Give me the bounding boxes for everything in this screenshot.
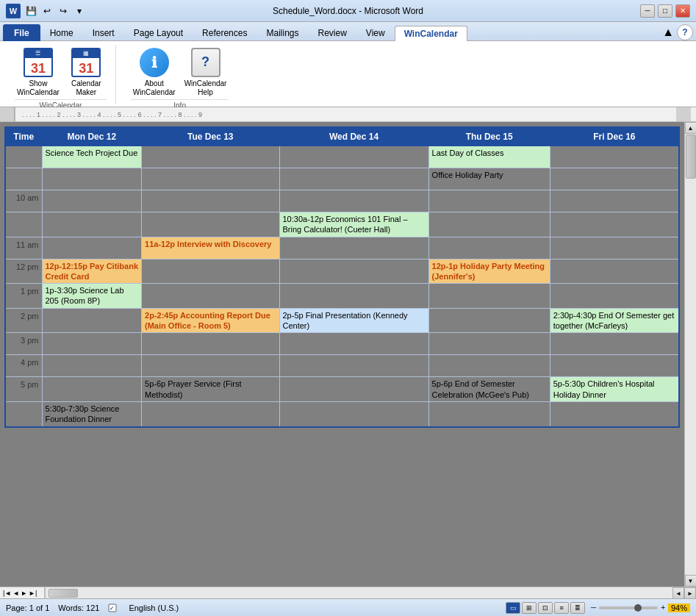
event-cell — [42, 355, 142, 377]
event-cell — [279, 190, 428, 212]
svg-text:✓: ✓ — [110, 606, 114, 611]
help-ribbon-btn[interactable]: ▲ — [662, 26, 674, 39]
col-header-mon: Mon Dec 12 — [42, 127, 142, 146]
tab-first-btn[interactable]: |◄ — [3, 590, 11, 597]
tab-next-btn[interactable]: ► — [21, 590, 27, 597]
tab-references[interactable]: References — [193, 25, 256, 40]
calendar-table: Time Mon Dec 12 Tue Dec 13 Wed Dec 14 Th… — [4, 126, 680, 428]
event-cell: 10:30a-12p Economics 101 Final – Bring C… — [279, 212, 428, 237]
event-cell: 2:30p-4:30p End Of Semester get together… — [550, 308, 679, 333]
time-cell: 4 pm — [5, 355, 42, 377]
scroll-left-btn[interactable]: ◄ — [672, 587, 684, 599]
event-cell — [279, 284, 428, 309]
col-header-fri: Fri Dec 16 — [550, 127, 679, 146]
horizontal-scrollbar-row: |◄ ◄ ► ►| ◄ ► — [0, 587, 696, 598]
table-row: 1 pm 1p-3:30p Science Lab 205 (Room 8P) — [5, 284, 679, 309]
event-cell — [428, 355, 550, 377]
close-btn[interactable]: ✕ — [675, 4, 690, 18]
tab-file[interactable]: File — [3, 24, 40, 41]
print-layout-btn[interactable]: ▭ — [506, 602, 520, 614]
tab-page-layout[interactable]: Page Layout — [124, 25, 193, 40]
event-cell — [550, 212, 679, 237]
h-scroll-thumb[interactable] — [49, 589, 78, 598]
event-cell — [550, 333, 679, 355]
event-cell: Last Day of Classes — [428, 146, 550, 168]
event-cell — [428, 237, 550, 259]
wincalendar-help-label: WinCalendarHelp — [184, 79, 227, 97]
zoom-slider[interactable] — [599, 606, 658, 609]
zoom-in-btn[interactable]: + — [661, 604, 665, 612]
spell-check-icon[interactable]: ✓ — [108, 602, 120, 614]
table-row: 11 am 11a-12p Interview with Discovery — [5, 237, 679, 259]
wincalendar-help-btn[interactable]: ? WinCalendarHelp — [182, 45, 229, 99]
ribbon-group-info: ℹ AboutWinCalendar ? WinCalendarHelp Inf… — [122, 45, 238, 104]
scroll-right-btn[interactable]: ► — [684, 587, 696, 599]
scroll-up-btn[interactable]: ▲ — [685, 122, 697, 134]
zoom-out-btn[interactable]: ─ — [591, 604, 596, 612]
minimize-btn[interactable]: ─ — [640, 4, 655, 18]
table-row: 4 pm — [5, 355, 679, 377]
ribbon-tabs: File Home Insert Page Layout References … — [0, 22, 696, 41]
document-area: Time Mon Dec 12 Tue Dec 13 Wed Dec 14 Th… — [0, 122, 684, 587]
draft-btn[interactable]: ≣ — [570, 602, 585, 614]
wincalendar-buttons: ☰ 31 ShowWinCalendar ▦ 31 CalendarMaker — [15, 45, 107, 99]
tab-last-btn[interactable]: ►| — [29, 590, 37, 597]
customize-quick-btn[interactable]: ▾ — [72, 4, 87, 18]
scroll-track[interactable] — [685, 134, 697, 575]
event-cell: 5p-6p End of Semester Celebration (McGee… — [428, 377, 550, 402]
outline-btn[interactable]: ≡ — [554, 602, 569, 614]
event-cell — [279, 355, 428, 377]
event-cell — [42, 333, 142, 355]
tab-wincalendar[interactable]: WinCalendar — [395, 26, 467, 41]
window-controls: ─ □ ✕ — [640, 4, 690, 18]
ruler: . . . . 1 . . . . 2 . . . . 3 . . . . 4 … — [0, 107, 696, 122]
web-layout-btn[interactable]: ⊡ — [538, 602, 553, 614]
event-cell: 5:30p-7:30p Science Foundation Dinner — [42, 401, 142, 426]
h-scroll-track[interactable] — [46, 587, 672, 598]
save-quick-btn[interactable]: 💾 — [24, 4, 38, 18]
vertical-scrollbar[interactable]: ▲ ▼ — [684, 122, 696, 587]
col-header-wed: Wed Dec 14 — [279, 127, 428, 146]
event-cell — [550, 237, 679, 259]
event-cell — [142, 259, 279, 284]
tab-review[interactable]: Review — [308, 25, 356, 40]
title-bar-left: W 💾 ↩ ↪ ▾ — [6, 4, 87, 18]
event-cell — [550, 146, 679, 168]
event-cell — [42, 237, 142, 259]
event-cell — [428, 333, 550, 355]
scroll-down-btn[interactable]: ▼ — [685, 575, 697, 587]
tab-view[interactable]: View — [356, 25, 395, 40]
event-cell — [550, 168, 679, 190]
undo-quick-btn[interactable]: ↩ — [40, 4, 54, 18]
event-cell — [550, 259, 679, 284]
tab-home[interactable]: Home — [40, 25, 83, 40]
table-row: Science Tech Project Due Last Day of Cla… — [5, 146, 679, 168]
language-status: English (U.S.) — [129, 604, 179, 612]
table-row: 12 pm 12p-12:15p Pay Citibank Credit Car… — [5, 259, 679, 284]
about-wincalendar-icon: ℹ — [139, 47, 170, 78]
redo-quick-btn[interactable]: ↪ — [56, 4, 71, 18]
zoom-thumb — [634, 604, 642, 612]
svg-rect-4 — [676, 107, 691, 122]
zoom-level[interactable]: 94% — [668, 604, 690, 612]
time-cell: 10 am — [5, 190, 42, 212]
event-cell — [142, 333, 279, 355]
event-cell — [142, 146, 279, 168]
view-buttons: ▭ ⊞ ⊡ ≡ ≣ — [506, 602, 585, 614]
show-wincalendar-btn[interactable]: ☰ 31 ShowWinCalendar — [15, 45, 62, 99]
maximize-btn[interactable]: □ — [658, 4, 672, 18]
full-reading-btn[interactable]: ⊞ — [522, 602, 537, 614]
event-cell: Science Tech Project Due — [42, 146, 142, 168]
tab-mailings[interactable]: Mailings — [256, 25, 308, 40]
table-row: 2 pm 2p-2:45p Accounting Report Due (Mai… — [5, 308, 679, 333]
tab-insert[interactable]: Insert — [83, 25, 124, 40]
scroll-thumb[interactable] — [686, 135, 696, 179]
calendar-maker-icon: ▦ 31 — [71, 47, 101, 78]
about-wincalendar-btn[interactable]: ℹ AboutWinCalendar — [131, 45, 178, 99]
ribbon-group-wincalendar: ☰ 31 ShowWinCalendar ▦ 31 CalendarMaker … — [6, 45, 116, 104]
table-row: 10 am — [5, 190, 679, 212]
table-row: 5 pm 5p-6p Prayer Service (First Methodi… — [5, 377, 679, 402]
calendar-maker-btn[interactable]: ▦ 31 CalendarMaker — [66, 45, 107, 99]
help-question-btn[interactable]: ? — [677, 24, 693, 40]
tab-prev-btn[interactable]: ◄ — [12, 590, 19, 597]
